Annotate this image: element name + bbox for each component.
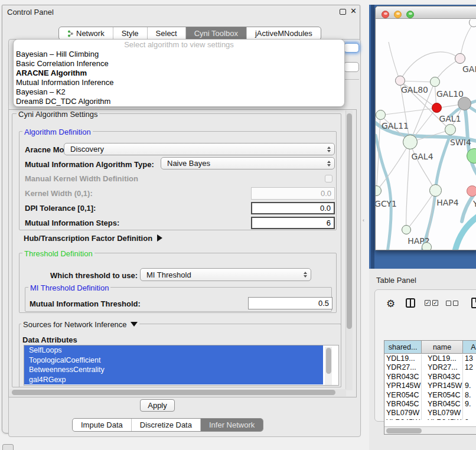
attribute-item[interactable]: gal4RGexp	[24, 375, 323, 385]
node-unlabeled[interactable]	[458, 97, 471, 110]
table-row[interactable]: YPR145WYPR145W9.	[384, 381, 476, 390]
table-horizontal-scrollbar[interactable]	[384, 426, 476, 434]
column-header-3[interactable]: A	[463, 341, 476, 353]
deselect-all-checkbox-icon[interactable]	[446, 301, 451, 306]
attribute-item[interactable]: BetweennessCentrality	[24, 365, 323, 375]
mi-type-combo[interactable]: Naive Bayes	[161, 157, 335, 169]
node-y[interactable]	[467, 185, 476, 197]
node-gal[interactable]	[455, 53, 465, 64]
table-row[interactable]: YDL19...YDL19...13	[384, 354, 476, 363]
close-window-icon[interactable]	[382, 11, 389, 18]
algorithm-option[interactable]: Bayesian – Hill Climbing	[14, 50, 344, 59]
tab-infer-network[interactable]: Infer Network	[201, 419, 263, 431]
attribute-item[interactable]: SelfLoops	[24, 345, 323, 356]
kernel-width-field[interactable]: 0.0	[251, 187, 335, 200]
algorithm-option[interactable]: ARACNE Algorithm	[14, 69, 344, 78]
node-gal4[interactable]	[403, 135, 418, 149]
control-panel-tab-bar: NetworkStyleSelectCyni ToolboxjActiveMNo…	[58, 27, 321, 40]
node-swi4[interactable]	[445, 124, 456, 135]
algorithm-option[interactable]: Dream8 DC_TDC Algorithm	[14, 97, 344, 106]
table-cell: YER054C	[422, 391, 463, 400]
apply-button[interactable]: Apply	[140, 399, 175, 412]
table-cell: YLR345W	[422, 418, 463, 420]
node-unlabeled[interactable]	[469, 19, 476, 27]
tab-style[interactable]: Style	[113, 27, 148, 40]
table-panel-region: Table Panel ⚙ ✓ ✓ shared...nameA YDL19..…	[369, 269, 476, 450]
select-all-checkbox-icon[interactable]: ✓	[425, 300, 431, 306]
tab-network[interactable]: Network	[59, 27, 113, 40]
which-threshold-label: Which threshold to use:	[50, 271, 138, 280]
network-canvas[interactable]: GALGAL80GAL10GAL1GAL11SWI4GAL4GCY1HAP4YH…	[376, 19, 476, 250]
settings-horizontal-scrollbar[interactable]	[9, 389, 346, 396]
table-hscroll-thumb[interactable]	[386, 428, 422, 433]
hub-definition-label: Hub/Transcription Factor Definition	[24, 234, 152, 243]
algorithm-option[interactable]: Bayesian – K2	[14, 87, 344, 97]
close-panel-icon[interactable]: ✕	[350, 6, 357, 15]
deselect-all-checkbox-icon[interactable]	[453, 301, 458, 306]
node-gal11[interactable]	[376, 110, 386, 120]
node-gal80[interactable]	[395, 76, 405, 86]
column-header-2[interactable]: name	[422, 341, 463, 353]
tab-discretize-data[interactable]: Discretize Data	[132, 419, 201, 431]
algorithm-dropdown-prompt: Select algorithm to view settings	[14, 40, 344, 50]
inference-algorithm-combo-edge[interactable]	[344, 43, 359, 53]
float-window-icon[interactable]	[340, 9, 346, 15]
table-cell: YBR043C	[422, 373, 463, 381]
column-header-1[interactable]: shared...	[384, 341, 422, 353]
algorithm-option[interactable]: Mutual Information Inference	[14, 78, 344, 87]
attribute-item[interactable]: TopologicalCoefficient	[24, 356, 323, 366]
network-data-combo-edge[interactable]	[344, 62, 359, 72]
threshold-definition-title: Threshold Definition	[22, 249, 94, 258]
node-gal10[interactable]	[430, 77, 440, 87]
tab-impute-data[interactable]: Impute Data	[73, 419, 132, 431]
node-unlabeled[interactable]	[422, 242, 432, 251]
which-threshold-combo[interactable]: MI Threshold	[140, 268, 311, 281]
hscroll-thumb[interactable]	[12, 390, 335, 395]
cyni-toolbox-bottom-tabs: Impute DataDiscretize DataInfer Network	[72, 418, 263, 432]
node-gal1[interactable]	[432, 103, 442, 113]
dpi-tolerance-field[interactable]: 0.0	[251, 202, 335, 214]
table-cell	[463, 373, 476, 381]
node-hap4[interactable]	[429, 184, 442, 197]
table-row[interactable]: YBR043CYBR043C	[384, 373, 476, 381]
hub-definition-toggle[interactable]: Hub/Transcription Factor Definition	[24, 234, 162, 243]
mi-threshold-field[interactable]: 0.5	[248, 297, 332, 309]
attributes-scroll-thumb[interactable]	[326, 348, 331, 374]
collapsed-panel-button[interactable]	[2, 444, 14, 450]
tab-jactivemnodules[interactable]: jActiveMNodules	[247, 27, 321, 40]
settings-vertical-scrollbar[interactable]	[345, 110, 353, 390]
dpi-tolerance-label: DPI Tolerance [0,1]:	[25, 204, 96, 213]
table-row[interactable]: YBR045CYBR045C9.	[384, 400, 476, 409]
mi-steps-label: Mutual Information Steps:	[25, 219, 119, 227]
panel-splitter-handle[interactable]: ‹	[363, 217, 364, 223]
table-row[interactable]: YER054CYER054C8.	[384, 391, 476, 400]
tab-select[interactable]: Select	[148, 27, 186, 40]
mi-steps-field[interactable]: 6	[251, 217, 335, 229]
minimize-window-icon[interactable]	[394, 11, 402, 18]
aracne-mode-value: Discovery	[70, 145, 104, 154]
node-label-gal: GAL	[462, 64, 476, 74]
column-visibility-icon[interactable]	[406, 298, 415, 308]
attributes-scrollbar[interactable]	[325, 347, 332, 385]
table-cell: YBR043C	[384, 373, 422, 381]
node-hap2[interactable]	[402, 225, 411, 234]
zoom-window-icon[interactable]	[406, 11, 414, 18]
table-row[interactable]: YBL079WYBL079W	[384, 409, 476, 418]
table-row[interactable]: YDR27...YDR27...12	[384, 363, 476, 372]
table-row[interactable]: YLR345WYLR345W9.	[384, 418, 476, 420]
algorithm-dropdown-items: Bayesian – Hill ClimbingBasic Correlatio…	[14, 50, 344, 106]
table-settings-gear-icon[interactable]: ⚙	[386, 298, 395, 310]
algorithm-option[interactable]: Basic Correlation Inference	[14, 59, 344, 69]
sources-group-toggle[interactable]: Sources for Network Inference	[21, 320, 139, 329]
tab-cyni-toolbox[interactable]: Cyni Toolbox	[186, 27, 247, 40]
data-attributes-list[interactable]: SelfLoopsTopologicalCoefficientBetweenne…	[24, 345, 339, 386]
table-cell: 13	[463, 354, 476, 363]
select-all-checkbox-icon[interactable]: ✓	[432, 300, 438, 306]
table-cell: 12	[463, 363, 476, 372]
export-table-icon[interactable]	[471, 298, 476, 308]
node-table[interactable]: shared...nameA YDL19...YDL19...13YDR27..…	[384, 340, 476, 435]
which-threshold-value: MI Threshold	[146, 270, 191, 279]
aracne-mode-combo[interactable]: Discovery	[64, 143, 335, 155]
manual-kernel-checkbox[interactable]	[325, 175, 332, 182]
vscroll-thumb[interactable]	[347, 113, 352, 329]
